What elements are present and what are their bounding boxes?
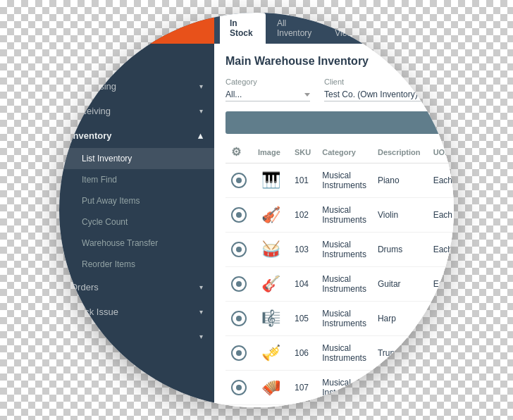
row-category: Musical Instruments: [316, 267, 372, 302]
category-select[interactable]: All...: [225, 88, 310, 101]
row-sku: 104: [289, 267, 316, 302]
row-eye-icon[interactable]: [225, 371, 252, 405]
settings-icon[interactable]: ⚙: [231, 146, 241, 158]
sidebar-item-inventory[interactable]: Inventory ▴: [59, 123, 214, 148]
reports-chevron: ▾: [199, 333, 203, 340]
view-button[interactable]: [231, 242, 247, 257]
item-emoji: 🪗: [258, 375, 283, 400]
row-sku: 105: [289, 302, 316, 336]
table-row: 🥁 103 Musical Instruments Drums Each: [225, 233, 454, 267]
view-button[interactable]: [231, 173, 247, 188]
item-emoji: 🎸: [258, 271, 283, 297]
inventory-chevron: ▴: [198, 130, 203, 141]
row-uom: Each: [428, 198, 454, 233]
view-button[interactable]: [231, 207, 247, 223]
sidebar-item-cycle-count[interactable]: Cycle Count: [59, 211, 214, 233]
app-window: enix Warehouse ▾ Dashboard Purchasing ▾ …: [59, 13, 454, 407]
sidebar-item-item-find[interactable]: Item Find: [59, 169, 214, 190]
orders-chevron: ▾: [199, 283, 203, 291]
row-description: Piano: [372, 163, 428, 198]
row-image: 🎻: [252, 198, 289, 233]
view-button[interactable]: [231, 311, 247, 326]
table-row: 🎹 101 Musical Instruments Piano Each: [225, 163, 454, 198]
row-eye-icon[interactable]: [225, 267, 252, 302]
sidebar-item-list-inventory[interactable]: List Inventory: [59, 148, 214, 169]
sidebar-item-put-away[interactable]: Put Away Items: [59, 190, 214, 211]
row-sku: 106: [289, 336, 316, 371]
row-sku: 101: [289, 163, 316, 198]
row-eye-icon[interactable]: [225, 163, 252, 198]
col-category: Category: [316, 141, 372, 163]
col-settings[interactable]: ⚙: [225, 141, 252, 163]
row-image: 🥁: [252, 233, 289, 267]
item-emoji: 🎹: [258, 168, 283, 193]
view-button[interactable]: [231, 345, 247, 361]
category-label: Category: [225, 78, 310, 86]
search-area[interactable]: [225, 111, 443, 134]
item-emoji: 🎻: [258, 202, 283, 228]
row-image: 🎹: [252, 163, 289, 198]
row-category: Musical Instruments: [316, 198, 372, 233]
sidebar-item-reorder-items[interactable]: Reorder Items: [59, 254, 214, 275]
item-emoji: 🥁: [258, 237, 283, 262]
row-eye-icon[interactable]: [225, 302, 252, 336]
receiving-chevron: ▾: [199, 107, 203, 115]
sidebar-item-warehouse-transfer[interactable]: Warehouse Transfer: [59, 233, 214, 254]
row-description: Drums: [372, 233, 428, 267]
row-eye-icon[interactable]: [225, 336, 252, 371]
row-image: 🎺: [252, 336, 289, 371]
tab-in-stock[interactable]: In Stock: [220, 13, 266, 44]
row-category: Musical Instruments: [316, 163, 372, 198]
row-image: 🎼: [252, 302, 289, 336]
row-category: Musical Instruments: [316, 302, 372, 336]
row-category: Musical Instruments: [316, 233, 372, 267]
sidebar-item-orders[interactable]: Orders ▾: [59, 275, 214, 299]
table-row: 🎸 104 Musical Instruments Guitar Each: [225, 267, 454, 302]
row-description: Guitar: [372, 267, 428, 302]
purchasing-chevron: ▾: [199, 82, 203, 90]
row-image: 🎸: [252, 267, 289, 302]
row-sku: 102: [289, 198, 316, 233]
view-button[interactable]: [231, 380, 247, 395]
item-emoji: 🎺: [258, 340, 283, 366]
view-button[interactable]: [231, 276, 247, 292]
row-category: Musical Instruments: [316, 336, 372, 371]
col-image: Image: [252, 141, 289, 163]
row-description: Violin: [372, 198, 428, 233]
client-select[interactable]: Test Co. (Own Inventory): [324, 88, 429, 101]
row-eye-icon[interactable]: [225, 198, 252, 233]
row-image: 🪗: [252, 371, 289, 405]
col-description: Description: [372, 141, 428, 163]
inventory-submenu: List Inventory Item Find Put Away Items …: [59, 148, 214, 275]
category-filter: Category All...: [225, 78, 310, 101]
row-eye-icon[interactable]: [225, 233, 252, 267]
table-row: 🎻 102 Musical Instruments Violin Each: [225, 198, 454, 233]
col-sku: SKU: [289, 141, 316, 163]
inventory-label: Inventory: [70, 130, 112, 141]
row-sku: 103: [289, 233, 316, 267]
item-emoji: 🎼: [258, 306, 283, 331]
quick-issue-chevron: ▾: [199, 308, 203, 316]
